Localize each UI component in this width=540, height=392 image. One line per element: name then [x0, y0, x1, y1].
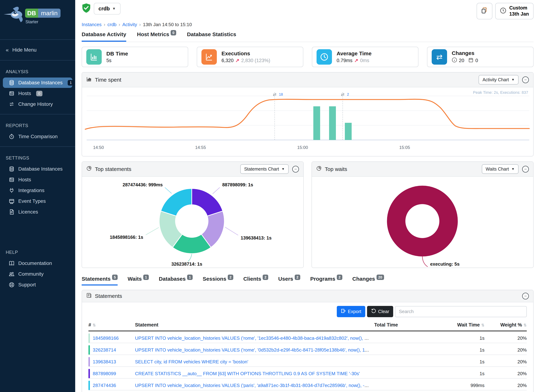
- statements-donut-chart[interactable]: 287474436: 999ms 887898099: 1s 139638413…: [82, 177, 303, 268]
- statements-chart-select[interactable]: Statements Chart ▼: [240, 164, 289, 174]
- col-header-total-time[interactable]: Total Time: [374, 322, 414, 328]
- sidebar-section-settings: SETTINGS Database Instances Hosts Integr…: [0, 149, 75, 220]
- hide-menu-label: Hide Menu: [12, 47, 36, 53]
- tab-waits[interactable]: Waits1: [128, 276, 149, 286]
- tab-users[interactable]: Users2: [278, 276, 300, 286]
- hide-menu-button[interactable]: « Hide Menu: [0, 42, 75, 58]
- tab-statements[interactable]: Statements5: [82, 276, 118, 286]
- sidebar-item-hosts[interactable]: Hosts 0: [3, 88, 72, 99]
- breadcrumb-instances[interactable]: Instances: [82, 22, 101, 27]
- statement-id-link[interactable]: 139638413: [93, 359, 116, 365]
- panel-title: Top statements: [95, 166, 131, 172]
- collapse-minus-icon[interactable]: −: [522, 76, 529, 83]
- item-count-badge: 0: [36, 91, 42, 96]
- table-row: 287474436 UPSERT INTO vehicle_location_h…: [88, 379, 527, 390]
- clear-button[interactable]: Clear: [367, 306, 393, 317]
- waits-donut-chart[interactable]: executing: 5s: [312, 177, 533, 268]
- statement-color-chip: [88, 333, 90, 343]
- wait-time-value: 1s: [414, 371, 485, 377]
- time-spent-chart[interactable]: Peak Time: 2s, Executions: 837 ⇄ 18 ⇄ 2: [82, 87, 533, 156]
- time-range-button[interactable]: Custom 13th Jan: [495, 3, 534, 19]
- statement-color-chip: [88, 345, 90, 355]
- instance-selector[interactable]: crdb ▼: [94, 3, 120, 15]
- clear-icon: [371, 308, 376, 315]
- statement-id-link[interactable]: 287474436: [93, 383, 116, 388]
- time-range-label-2: 13th Jan: [509, 11, 529, 17]
- sidebar-item-hosts-settings[interactable]: Hosts: [3, 174, 72, 185]
- copy-link-button[interactable]: [477, 3, 492, 19]
- donut-slice-executing: [396, 195, 449, 247]
- sidebar-gap: [0, 220, 75, 243]
- donut-label-887898099: 887898099: 1s: [222, 182, 253, 187]
- breadcrumb-separator: ›: [119, 22, 120, 27]
- x-tick: 15:00: [297, 145, 308, 150]
- sidebar-item-change-history[interactable]: Change History: [3, 99, 72, 109]
- sidebar-item-time-comparison[interactable]: Time Comparison: [3, 131, 72, 142]
- sidebar-item-label: Hosts: [18, 91, 31, 96]
- tab-database-activity[interactable]: Database Activity: [82, 31, 126, 42]
- tab-sessions[interactable]: Sessions2: [203, 276, 233, 286]
- tab-databases[interactable]: Databases1: [159, 276, 193, 286]
- sidebar-item-support[interactable]: Support: [3, 280, 72, 290]
- collapse-minus-icon[interactable]: −: [522, 166, 529, 173]
- statement-link[interactable]: SELECT city, id FROM vehicles WHERE city…: [135, 359, 248, 364]
- tab-clients[interactable]: Clients2: [243, 276, 268, 286]
- statement-id-link[interactable]: 1845898166: [93, 335, 119, 341]
- sidebar-item-event-types[interactable]: Event Types: [3, 196, 72, 206]
- statement-link[interactable]: CREATE STATISTICS __auto__ FROM [63] WIT…: [135, 371, 360, 376]
- sidebar-item-licences[interactable]: Licences: [3, 207, 72, 217]
- tab-changes[interactable]: Changes20: [352, 276, 384, 286]
- divider: [0, 39, 75, 40]
- sidebar-item-database-instances[interactable]: Database Instances 1: [3, 78, 72, 88]
- col-header-weight[interactable]: Weight %⇅: [485, 322, 527, 328]
- activity-chart-select[interactable]: Activity Chart ▼: [479, 75, 519, 84]
- statement-link[interactable]: UPSERT INTO vehicle_location_histories V…: [135, 347, 374, 353]
- sidebar: DB marlin Starter « Hide Menu ANALYSIS D…: [0, 0, 75, 392]
- caret-down-icon: ▼: [281, 167, 285, 171]
- tab-count-badge: 2: [295, 275, 300, 280]
- tab-programs[interactable]: Programs2: [310, 276, 342, 286]
- top-statements-header: Top statements Statements Chart ▼ −: [82, 162, 303, 177]
- col-header-wait-time[interactable]: Wait Time⇅: [414, 322, 485, 328]
- sidebar-item-label: Change History: [18, 101, 53, 107]
- search-input[interactable]: [395, 306, 527, 317]
- waits-chart-select[interactable]: Waits Chart ▼: [482, 164, 519, 174]
- sidebar-section-reports: REPORTS Time Comparison: [0, 117, 75, 144]
- tab-database-statistics[interactable]: Database Statistics: [187, 31, 236, 42]
- change-marker-icon: ⇄: [341, 92, 345, 97]
- statement-link[interactable]: UPSERT INTO vehicle_location_histories V…: [135, 383, 374, 388]
- logo-edition: Starter: [25, 19, 38, 24]
- sidebar-item-database-instances-settings[interactable]: Database Instances: [3, 164, 72, 174]
- donut-slice-287474436: [161, 189, 192, 216]
- statement-link[interactable]: UPSERT INTO vehicle_location_histories V…: [135, 335, 374, 341]
- bar-chart-icon: [86, 76, 92, 83]
- collapse-minus-icon[interactable]: −: [292, 166, 299, 173]
- tab-count-badge: 1: [143, 275, 149, 280]
- breadcrumb-crdb[interactable]: crdb: [107, 22, 117, 27]
- logo-block[interactable]: DB marlin Starter: [0, 0, 75, 37]
- kpi-row: DB Time 5s Executions 6,320 ↗ 2,830 (123…: [82, 47, 534, 67]
- divider: [0, 146, 75, 147]
- sidebar-item-integrations[interactable]: Integrations: [3, 185, 72, 196]
- wait-time-value: 1s: [414, 335, 485, 341]
- col-header-statement[interactable]: Statement: [135, 322, 374, 328]
- database-icon: [9, 166, 15, 172]
- item-count-badge: 1: [68, 80, 74, 85]
- col-header-num[interactable]: #⇅: [88, 322, 135, 328]
- table-header: #⇅ Statement Total Time Wait Time⇅ Weigh…: [88, 322, 527, 331]
- statement-id-link[interactable]: 887898099: [93, 371, 116, 377]
- clock-icon: [317, 49, 332, 65]
- caret-down-icon: ▼: [511, 78, 515, 82]
- breadcrumb-activity[interactable]: Activity: [122, 22, 137, 27]
- top-waits-header: Top waits Waits Chart ▼ −: [312, 162, 533, 177]
- tab-host-metrics[interactable]: Host Metrics0: [137, 31, 176, 42]
- sidebar-item-documentation[interactable]: Documentation: [3, 258, 72, 268]
- sidebar-item-label: Community: [18, 271, 44, 277]
- app-root: DB marlin Starter « Hide Menu ANALYSIS D…: [0, 0, 540, 392]
- statement-id-link[interactable]: 326238714: [93, 347, 116, 353]
- kpi-title: DB Time: [106, 51, 128, 57]
- collapse-minus-icon[interactable]: −: [522, 293, 529, 299]
- sidebar-item-community[interactable]: Community: [3, 269, 72, 279]
- export-button[interactable]: Export: [337, 306, 365, 317]
- detail-tabs: Statements5 Waits1 Databases1 Sessions2 …: [82, 276, 534, 286]
